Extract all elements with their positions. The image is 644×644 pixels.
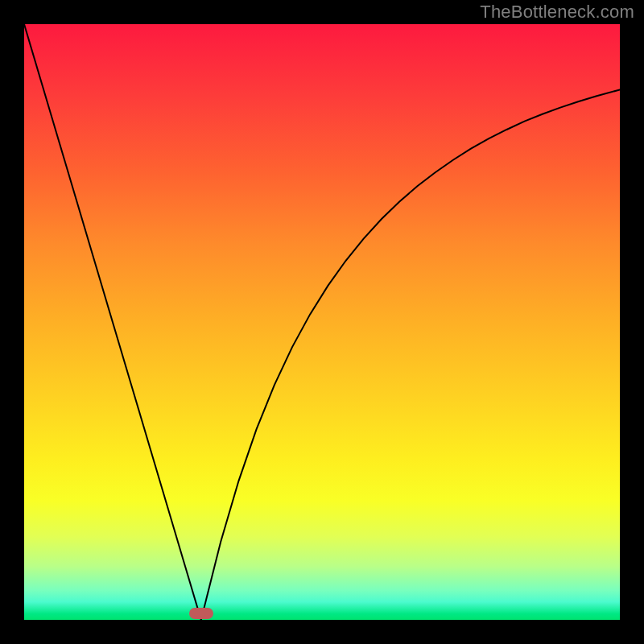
plot-area (24, 24, 620, 620)
curve-svg (24, 24, 620, 620)
watermark-text: TheBottleneck.com (480, 2, 634, 23)
chart-frame: TheBottleneck.com (0, 0, 644, 644)
bottleneck-curve (24, 24, 620, 620)
minimum-marker (189, 608, 213, 619)
